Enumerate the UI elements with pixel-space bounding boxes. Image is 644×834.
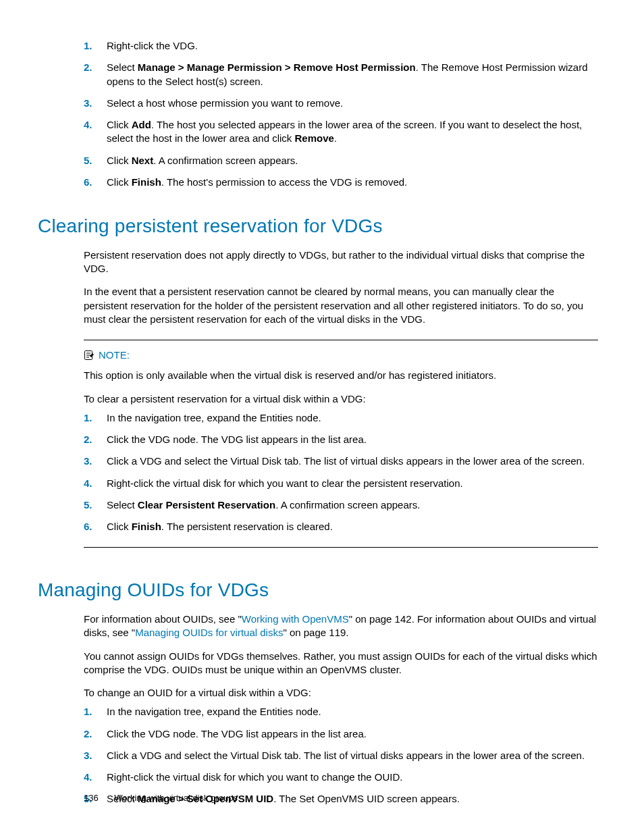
list-item-text: Select Clear Persistent Reservation. A c… xyxy=(107,498,598,512)
heading-clearing-persistent-reservation: Clearing persistent reservation for VDGs xyxy=(38,213,598,239)
note-icon xyxy=(84,350,95,361)
page-number: 136 xyxy=(84,793,99,803)
list-item: 4.Right-click the virtual disk for which… xyxy=(84,771,598,784)
list-item: 2.Select Manage > Manage Permission > Re… xyxy=(84,61,598,88)
paragraph: Persistent reservation does not apply di… xyxy=(84,249,598,276)
list-item: 3.Select a host whose permission you wan… xyxy=(84,97,598,110)
list-item-text: Click Finish. The persistent reservation… xyxy=(107,520,598,533)
list-item-text: Right-click the virtual disk for which y… xyxy=(107,477,598,490)
list-item-text: Right-click the virtual disk for which y… xyxy=(107,771,598,784)
list-item-text: Click the VDG node. The VDG list appears… xyxy=(107,727,598,741)
list-item-number: 2. xyxy=(84,727,107,741)
procedure-remove-host-permission: 1.Right-click the VDG.2.Select Manage > … xyxy=(84,39,598,189)
list-item: 5.Select Clear Persistent Reservation. A… xyxy=(84,498,598,512)
list-item: 1.In the navigation tree, expand the Ent… xyxy=(84,411,598,425)
list-item-text: Click a VDG and select the Virtual Disk … xyxy=(107,454,598,468)
list-item-text: In the navigation tree, expand the Entit… xyxy=(107,411,598,425)
list-item-number: 6. xyxy=(84,176,107,189)
list-item: 1.Right-click the VDG. xyxy=(84,39,598,53)
list-item: 5.Click Next. A confirmation screen appe… xyxy=(84,154,598,167)
list-item: 4.Right-click the virtual disk for which… xyxy=(84,477,598,490)
list-item-text: Click Add. The host you selected appears… xyxy=(107,118,598,146)
list-item-number: 1. xyxy=(84,411,107,425)
page: 1.Right-click the VDG.2.Select Manage > … xyxy=(0,0,644,834)
list-item-text: Click Finish. The host's permission to a… xyxy=(107,176,598,189)
list-item: 2.Click the VDG node. The VDG list appea… xyxy=(84,433,598,446)
note-text: This option is only available when the v… xyxy=(84,369,598,382)
ordered-list: 1.Right-click the VDG.2.Select Manage > … xyxy=(84,39,598,189)
list-item-number: 4. xyxy=(84,771,107,784)
page-footer: 136 Working with virtual disk groups xyxy=(84,792,238,804)
list-item: 3.Click a VDG and select the Virtual Dis… xyxy=(84,454,598,468)
list-item-number: 3. xyxy=(84,454,107,468)
list-item-number: 2. xyxy=(84,61,107,88)
list-item-text: Click Next. A confirmation screen appear… xyxy=(107,154,598,167)
section-body: Persistent reservation does not apply di… xyxy=(84,249,598,548)
note-header: NOTE: xyxy=(84,348,598,362)
divider xyxy=(84,547,598,548)
list-item: 2.Click the VDG node. The VDG list appea… xyxy=(84,727,598,741)
list-item-text: Click the VDG node. The VDG list appears… xyxy=(107,433,598,446)
note-label: NOTE: xyxy=(99,348,130,362)
ordered-list: 1.In the navigation tree, expand the Ent… xyxy=(84,411,598,534)
list-item: 6.Click Finish. The host's permission to… xyxy=(84,176,598,189)
divider xyxy=(84,340,598,340)
chapter-title: Working with virtual disk groups xyxy=(114,793,238,803)
list-item: 6.Click Finish. The persistent reservati… xyxy=(84,520,598,533)
lead-text: To change an OUID for a virtual disk wit… xyxy=(84,686,598,700)
list-item-number: 1. xyxy=(84,705,107,719)
list-item-text: Select Manage > Manage Permission > Remo… xyxy=(107,61,598,88)
section-body: For information about OUIDs, see "Workin… xyxy=(84,613,598,806)
paragraph: For information about OUIDs, see "Workin… xyxy=(84,613,598,640)
list-item-text: Select a host whose permission you want … xyxy=(107,97,598,110)
list-item-number: 5. xyxy=(84,498,107,512)
list-item: 4.Click Add. The host you selected appea… xyxy=(84,118,598,146)
heading-managing-ouids: Managing OUIDs for VDGs xyxy=(38,577,598,603)
paragraph: In the event that a persistent reservati… xyxy=(84,285,598,326)
list-item-number: 3. xyxy=(84,97,107,110)
list-item-text: Right-click the VDG. xyxy=(107,39,598,53)
list-item-number: 1. xyxy=(84,39,107,53)
lead-text: To clear a persistent reservation for a … xyxy=(84,392,598,406)
ordered-list: 1.In the navigation tree, expand the Ent… xyxy=(84,705,598,806)
list-item-number: 4. xyxy=(84,118,107,146)
list-item-number: 3. xyxy=(84,749,107,762)
list-item-number: 4. xyxy=(84,477,107,490)
list-item-text: Click a VDG and select the Virtual Disk … xyxy=(107,749,598,762)
list-item-text: In the navigation tree, expand the Entit… xyxy=(107,705,598,719)
list-item-number: 6. xyxy=(84,520,107,533)
list-item-number: 2. xyxy=(84,433,107,446)
paragraph: You cannot assign OUIDs for VDGs themsel… xyxy=(84,650,598,677)
list-item-number: 5. xyxy=(84,154,107,167)
list-item: 3.Click a VDG and select the Virtual Dis… xyxy=(84,749,598,762)
list-item: 1.In the navigation tree, expand the Ent… xyxy=(84,705,598,719)
